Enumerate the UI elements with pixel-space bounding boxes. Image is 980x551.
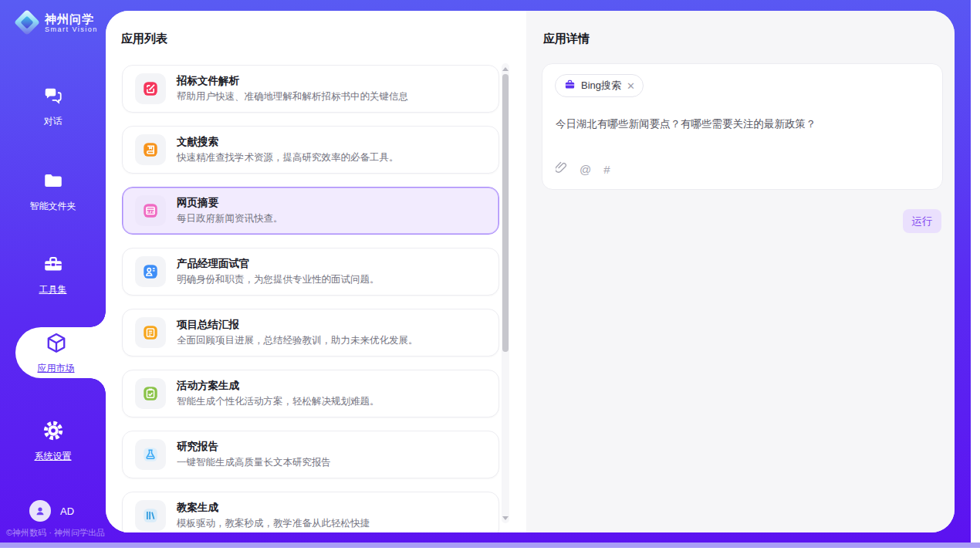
app-card-tender-analysis[interactable]: 招标文件解析 帮助用户快速、准确地理解和解析招标书中的关键信息 (122, 65, 499, 113)
app-card-pm-interviewer[interactable]: 产品经理面试官 明确身份和职责，为您提供专业性的面试问题。 (122, 248, 499, 296)
sidebar-item-label: 工具集 (39, 283, 67, 296)
sidebar-item-label: 对话 (44, 115, 63, 128)
app-description: 模板驱动，教案秒成，教学准备从此轻松快捷 (177, 517, 370, 530)
scroll-down-arrow-icon[interactable] (502, 514, 509, 522)
app-card-research-report[interactable]: 研究报告 一键智能生成高质量长文本研究报告 (122, 431, 499, 478)
app-name: 项目总结汇报 (177, 318, 418, 332)
chat-icon (42, 85, 64, 110)
app-description: 明确身份和职责，为您提供专业性的面试问题。 (177, 273, 380, 286)
app-name: 研究报告 (177, 440, 331, 454)
app-name: 招标文件解析 (177, 74, 408, 88)
browser-code-icon (135, 195, 166, 226)
sidebar-item-toolset[interactable]: 工具集 (0, 253, 106, 296)
tool-chip-label: Bing搜索 (581, 79, 621, 93)
copyright-text: ©神州数码 · 神州问学出品 (6, 527, 106, 539)
diamond-logo-icon (15, 11, 39, 34)
composer-toolbar: @ # (556, 161, 610, 177)
sidebar-item-settings[interactable]: 系统设置 (0, 420, 106, 463)
app-card-literature-search[interactable]: 文献搜索 快速精准查找学术资源，提高研究效率的必备工具。 (122, 126, 499, 174)
app-window: 神州问学 Smart Vision 对话 智能文件夹 (0, 0, 980, 551)
research-flask-icon (135, 439, 166, 470)
tool-chip-bing-search[interactable]: Bing搜索 ✕ (555, 74, 644, 97)
edit-doc-icon (135, 73, 166, 104)
run-button[interactable]: 运行 (903, 209, 941, 233)
app-description: 全面回顾项目进展，总结经验教训，助力未来优化发展。 (177, 334, 418, 347)
app-name: 网页摘要 (177, 196, 283, 210)
scroll-up-arrow-icon[interactable] (502, 65, 509, 73)
books-icon (135, 500, 166, 531)
app-card-list: 招标文件解析 帮助用户快速、准确地理解和解析招标书中的关键信息 文献搜索 (122, 65, 499, 532)
app-description: 智能生成个性化活动方案，轻松解决规划难题。 (177, 395, 380, 408)
cube-icon (49, 331, 73, 359)
composer-card: Bing搜索 ✕ 今日湖北有哪些新闻要点？有哪些需要关注的最新政策？ @ # (542, 63, 943, 190)
app-description: 每日政府新闻资讯快查。 (177, 212, 283, 225)
sidebar-item-label: 应用市场 (38, 362, 75, 375)
interviewer-icon (135, 256, 166, 287)
app-list-title: 应用列表 (121, 32, 167, 46)
app-description: 一键智能生成高质量长文本研究报告 (177, 456, 331, 469)
app-card-lesson-plan[interactable]: 教案生成 模板驱动，教案秒成，教学准备从此轻松快捷 (122, 492, 499, 532)
briefcase-icon (564, 79, 576, 93)
sidebar-item-chat[interactable]: 对话 (0, 85, 106, 128)
app-list-scrollbar (502, 63, 509, 523)
report-note-icon (135, 317, 166, 348)
sidebar-item-label: 系统设置 (35, 450, 72, 463)
clipboard-check-icon (135, 378, 166, 409)
sidebar: 神州问学 Smart Vision 对话 智能文件夹 (0, 0, 106, 543)
gear-icon (42, 420, 64, 445)
mention-icon[interactable]: @ (580, 163, 591, 176)
toolbox-icon (42, 253, 64, 278)
brand-subtitle: Smart Vision (45, 25, 98, 33)
close-icon[interactable]: ✕ (627, 81, 635, 91)
hash-icon[interactable]: # (603, 163, 610, 176)
bottom-stripe (0, 543, 980, 548)
app-description: 帮助用户快速、准确地理解和解析招标书中的关键信息 (177, 90, 408, 103)
app-card-activity-plan[interactable]: 活动方案生成 智能生成个性化活动方案，轻松解决规划难题。 (122, 370, 499, 417)
app-detail-panel: 应用详情 Bing搜索 ✕ 今日湖北有哪些新闻要点？有哪些需要关注的最新政策？ (526, 11, 955, 532)
app-description: 快速精准查找学术资源，提高研究效率的必备工具。 (177, 151, 399, 164)
query-input[interactable]: 今日湖北有哪些新闻要点？有哪些需要关注的最新政策？ (556, 117, 926, 132)
sidebar-item-label: 智能文件夹 (30, 200, 76, 213)
user-name: AD (60, 505, 74, 517)
folder-icon (42, 170, 64, 194)
app-card-project-summary[interactable]: 项目总结汇报 全面回顾项目进展，总结经验教训，助力未来优化发展。 (122, 309, 499, 357)
app-name: 文献搜索 (177, 135, 399, 149)
app-card-webpage-summary[interactable]: 网页摘要 每日政府新闻资讯快查。 (122, 187, 499, 235)
app-detail-title: 应用详情 (543, 32, 590, 46)
app-list-panel: 应用列表 招标文件解析 帮助用户快速、准确地理解和解析招标书中的关键信息 (106, 11, 526, 532)
user-avatar-icon (29, 500, 51, 522)
scrollbar-thumb[interactable] (502, 74, 509, 352)
brand-title: 神州问学 (45, 12, 98, 25)
content-surface: 应用列表 招标文件解析 帮助用户快速、准确地理解和解析招标书中的关键信息 (106, 11, 955, 532)
app-name: 教案生成 (177, 501, 370, 515)
app-name: 产品经理面试官 (177, 257, 380, 271)
brand-logo: 神州问学 Smart Vision (15, 11, 98, 34)
attachment-icon[interactable] (556, 161, 567, 177)
book-icon (135, 134, 166, 165)
user-account[interactable]: AD (29, 500, 74, 522)
sidebar-item-app-market[interactable]: 应用市场 (15, 327, 106, 378)
app-name: 活动方案生成 (177, 379, 380, 393)
sidebar-item-smart-folder[interactable]: 智能文件夹 (0, 170, 106, 213)
